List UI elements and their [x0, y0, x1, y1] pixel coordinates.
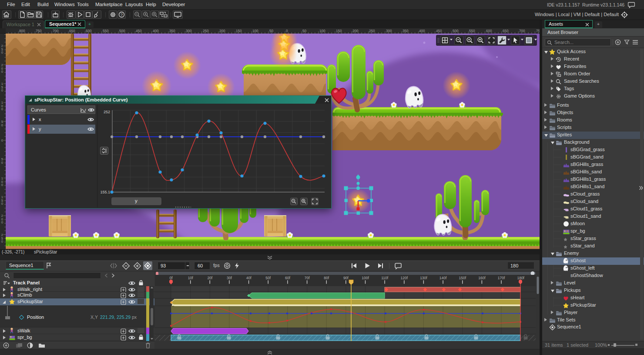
svg-text:sPickupStar: sPickupStar — [34, 250, 57, 254]
svg-text:100: 100 — [252, 29, 258, 33]
svg-text:550: 550 — [103, 29, 109, 33]
svg-text:70f: 70f — [305, 276, 310, 280]
svg-text:600: 600 — [486, 29, 492, 33]
svg-text:200: 200 — [352, 29, 359, 33]
svg-text:100: 100 — [319, 29, 325, 33]
svg-text:0: 0 — [1, 139, 3, 142]
svg-text:110f: 110f — [381, 276, 389, 280]
svg-text:100: 100 — [1, 101, 3, 111]
svg-text:150: 150 — [236, 29, 242, 33]
svg-text:300: 300 — [386, 29, 392, 33]
svg-text:250: 250 — [1, 233, 3, 243]
svg-text:170f: 170f — [498, 276, 505, 280]
svg-text:500: 500 — [119, 29, 125, 33]
svg-text:500: 500 — [453, 29, 459, 33]
svg-text:650: 650 — [69, 29, 75, 33]
svg-text:40f: 40f — [246, 276, 252, 280]
svg-text:400: 400 — [419, 29, 425, 33]
svg-text:80f: 80f — [324, 276, 329, 280]
svg-text:150: 150 — [1, 195, 3, 206]
svg-text:50: 50 — [269, 29, 274, 33]
svg-text:250: 250 — [1, 44, 3, 54]
svg-text:0f: 0f — [169, 276, 173, 280]
svg-text:160f: 160f — [478, 276, 486, 280]
svg-text:50: 50 — [302, 29, 307, 33]
svg-text:90f: 90f — [343, 276, 349, 280]
svg-text:550: 550 — [469, 29, 475, 33]
svg-text:50f: 50f — [265, 276, 271, 280]
svg-text:700: 700 — [53, 29, 59, 33]
svg-text:250: 250 — [369, 29, 375, 33]
svg-text:252: 252 — [104, 110, 110, 114]
svg-text:200: 200 — [1, 214, 3, 224]
svg-text:450: 450 — [436, 29, 442, 33]
svg-text:150f: 150f — [459, 276, 466, 280]
svg-text:400: 400 — [153, 29, 159, 33]
svg-text:700: 700 — [519, 29, 525, 33]
svg-text:750: 750 — [36, 29, 42, 33]
svg-text:600: 600 — [86, 29, 92, 33]
svg-text:120f: 120f — [401, 276, 408, 280]
svg-text:250: 250 — [203, 29, 209, 33]
svg-text:140f: 140f — [439, 276, 447, 280]
svg-text:650: 650 — [503, 29, 509, 33]
svg-text:100: 100 — [1, 176, 3, 187]
svg-text:180f: 180f — [517, 276, 524, 280]
svg-text:200: 200 — [1, 63, 3, 74]
svg-text:450: 450 — [136, 29, 142, 33]
svg-text:150: 150 — [1, 82, 3, 92]
svg-text:750: 750 — [536, 29, 540, 33]
svg-text:50: 50 — [1, 120, 3, 127]
svg-text:60f: 60f — [285, 276, 290, 280]
svg-text:0: 0 — [286, 29, 288, 33]
svg-text:?: ? — [121, 13, 123, 17]
svg-text:150: 150 — [336, 29, 342, 33]
svg-text:200: 200 — [219, 29, 225, 33]
svg-text:350: 350 — [169, 29, 175, 33]
svg-text:350: 350 — [402, 29, 409, 33]
svg-text:300: 300 — [186, 29, 192, 33]
svg-text:30f: 30f — [227, 276, 232, 280]
svg-text:50: 50 — [1, 157, 3, 165]
svg-text:10f: 10f — [188, 276, 193, 280]
svg-text:20f: 20f — [207, 276, 212, 280]
svg-text:130f: 130f — [420, 276, 427, 280]
svg-text:155.1: 155.1 — [100, 190, 110, 194]
svg-text:(-326, -271): (-326, -271) — [2, 250, 24, 254]
svg-text:100f: 100f — [362, 276, 369, 280]
svg-text:800: 800 — [19, 29, 25, 33]
